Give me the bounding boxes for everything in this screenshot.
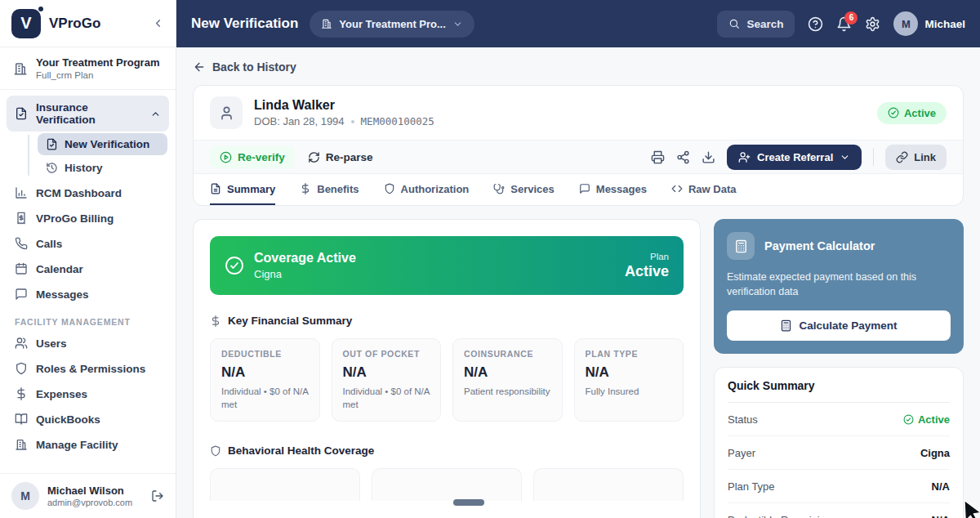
summary-row-plan-type: Plan Type N/A: [728, 470, 950, 503]
patient-member-id: MEM000100025: [361, 115, 434, 127]
scrollbar-thumb[interactable]: [453, 499, 484, 506]
program-dropdown-label: Your Treatment Pro...: [339, 18, 446, 30]
sidebar-nav: Insurance Verification New Verification: [0, 90, 176, 473]
stethoscope-icon: [493, 183, 505, 194]
receipt-icon: [15, 212, 28, 225]
sidebar-item-label: Messages: [36, 288, 89, 301]
create-referral-button[interactable]: Create Referral: [727, 145, 862, 170]
download-icon[interactable]: [702, 150, 715, 164]
file-text-icon: [210, 183, 221, 194]
back-to-history-link[interactable]: Back to History: [193, 60, 964, 74]
calculator-icon: [780, 319, 792, 332]
notifications-bell-icon[interactable]: 6: [836, 16, 852, 32]
reparse-button[interactable]: Re-parse: [308, 151, 373, 163]
stat-label: OUT OF POCKET: [343, 349, 430, 359]
summary-panel: Coverage Active Cigna Plan Active Key Fi…: [193, 219, 701, 518]
print-icon[interactable]: [651, 150, 665, 164]
sidebar-item-label: Calendar: [36, 263, 83, 275]
coverage-banner-payer: Cigna: [254, 268, 356, 280]
section-facility-management: FACILITY MANAGEMENT: [0, 307, 176, 330]
sidebar-item-users[interactable]: Users: [7, 331, 169, 355]
sidebar-item-label: QuickBooks: [36, 413, 100, 426]
settings-gear-icon[interactable]: [865, 16, 880, 32]
search-button[interactable]: Search: [717, 11, 795, 38]
play-circle-icon: [220, 151, 232, 163]
tab-services[interactable]: Services: [493, 174, 555, 205]
heading-label: Key Financial Summary: [228, 315, 352, 327]
file-check-icon: [15, 107, 28, 120]
financial-cards: DEDUCTIBLE N/A Individual • $0 of N/A me…: [210, 338, 684, 422]
sidebar-item-label: Manage Facility: [36, 439, 118, 451]
link-icon: [896, 151, 908, 163]
link-button[interactable]: Link: [885, 145, 947, 170]
search-icon: [728, 18, 740, 29]
sidebar-item-label: Insurance Verification: [36, 101, 142, 126]
calendar-icon: [15, 262, 28, 275]
sidebar-item-label: VProGo Billing: [36, 212, 114, 225]
header-user-menu[interactable]: M Michael: [893, 11, 965, 36]
tab-label: Benefits: [317, 183, 359, 195]
row-value: Active: [918, 413, 950, 426]
main-content: Back to History Linda Walker DOB: Jan 28…: [176, 47, 980, 518]
sidebar-item-calls[interactable]: Calls: [7, 231, 169, 256]
status-badge-label: Active: [904, 107, 936, 119]
sidebar-item-expenses[interactable]: Expenses: [7, 382, 169, 406]
sidebar-item-label: Users: [36, 337, 67, 350]
tab-label: Authorization: [401, 183, 470, 195]
arrow-left-icon: [193, 60, 206, 74]
reverify-button[interactable]: Re-verify: [210, 146, 295, 168]
stat-label: COINSURANCE: [464, 349, 551, 359]
tab-authorization[interactable]: Authorization: [384, 174, 470, 205]
book-icon: [15, 413, 28, 426]
share-icon[interactable]: [676, 150, 690, 164]
stat-value: N/A: [464, 364, 551, 381]
search-label: Search: [746, 18, 783, 30]
program-plan: Full_crm Plan: [36, 70, 159, 80]
coverage-banner: Coverage Active Cigna Plan Active: [210, 236, 684, 295]
behavioral-health-heading: Behavioral Health Coverage: [210, 444, 684, 457]
tab-label: Summary: [227, 183, 275, 195]
sidebar-user[interactable]: M Michael Wilson admin@vprovob.com: [0, 473, 176, 518]
chat-icon: [579, 183, 590, 194]
row-value: Cigna: [920, 447, 950, 459]
file-check-icon: [46, 138, 58, 150]
stat-card-deductible: DEDUCTIBLE N/A Individual • $0 of N/A me…: [210, 338, 320, 422]
dollar-icon: [210, 315, 221, 327]
help-icon[interactable]: [808, 16, 823, 32]
stat-value: N/A: [586, 364, 673, 381]
sidebar-item-vprogo-billing[interactable]: VProGo Billing: [7, 206, 169, 230]
sidebar-item-roles-permissions[interactable]: Roles & Permissions: [7, 356, 169, 381]
tab-messages[interactable]: Messages: [579, 174, 647, 205]
tab-summary[interactable]: Summary: [210, 174, 275, 205]
tab-benefits[interactable]: Benefits: [300, 174, 359, 205]
chat-icon: [15, 288, 28, 301]
sidebar-item-calendar[interactable]: Calendar: [7, 257, 169, 281]
financial-summary-heading: Key Financial Summary: [210, 315, 684, 327]
sidebar-item-manage-facility[interactable]: Manage Facility: [7, 432, 169, 457]
logout-icon[interactable]: [151, 489, 164, 502]
behavioral-cards-partial: [210, 468, 684, 501]
divider: [873, 148, 874, 166]
sidebar-item-messages[interactable]: Messages: [7, 282, 169, 306]
heading-label: Behavioral Health Coverage: [228, 444, 374, 457]
row-value: N/A: [932, 480, 950, 493]
sidebar-item-quickbooks[interactable]: QuickBooks: [7, 407, 169, 431]
calculator-title: Payment Calculator: [764, 239, 875, 252]
header-avatar: M: [893, 11, 918, 36]
calculator-description: Estimate expected payment based on this …: [727, 270, 951, 299]
program-dropdown[interactable]: Your Treatment Pro...: [310, 11, 474, 38]
summary-row-deductible-remaining: Deductible Remaining N/A: [728, 503, 950, 518]
program-selector[interactable]: Your Treatment Program Full_crm Plan: [0, 47, 176, 90]
calculate-payment-button[interactable]: Calculate Payment: [727, 310, 951, 341]
sidebar-item-label: Calls: [36, 238, 62, 250]
calculate-payment-label: Calculate Payment: [799, 319, 897, 332]
sidebar-item-history[interactable]: History: [38, 157, 167, 179]
sidebar-collapse-button[interactable]: [152, 17, 164, 29]
shield-icon: [210, 445, 221, 457]
sidebar-item-new-verification[interactable]: New Verification: [38, 133, 167, 155]
stat-value: N/A: [221, 364, 309, 381]
sidebar-item-insurance-verification[interactable]: Insurance Verification: [7, 96, 169, 132]
sidebar-item-rcm-dashboard[interactable]: RCM Dashboard: [7, 181, 169, 205]
tab-raw-data[interactable]: Raw Data: [671, 174, 737, 205]
header-user-name: Michael: [924, 18, 965, 30]
